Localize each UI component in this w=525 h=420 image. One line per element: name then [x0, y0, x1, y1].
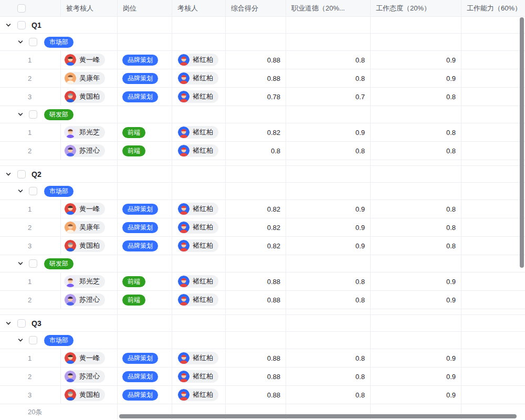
score-cell-overall[interactable]: 0.82: [226, 218, 286, 236]
group-checkbox[interactable]: [17, 319, 26, 328]
score-cell-ability[interactable]: [461, 88, 525, 106]
subgroup-checkbox[interactable]: [29, 38, 37, 46]
score-cell-ethics[interactable]: 0.9: [286, 200, 371, 218]
subgroup-expand-chevron-icon[interactable]: [17, 260, 24, 267]
row-index[interactable]: 3: [0, 88, 61, 106]
score-cell-ability[interactable]: [461, 218, 525, 236]
group-expand-chevron-icon[interactable]: [5, 320, 12, 327]
score-cell-overall[interactable]: 0.88: [226, 386, 286, 404]
row-index[interactable]: 1: [0, 123, 61, 141]
subgroup-expand-chevron-icon[interactable]: [17, 39, 24, 45]
assessee-cell[interactable]: 黄国柏: [61, 386, 118, 404]
subgroup-checkbox[interactable]: [29, 110, 37, 119]
score-cell-ethics[interactable]: 0.8: [286, 272, 371, 290]
score-cell-attitude[interactable]: 0.9: [371, 51, 461, 69]
assessee-cell[interactable]: 黄一峰: [61, 349, 118, 367]
group-expand-chevron-icon[interactable]: [5, 171, 12, 177]
score-cell-attitude[interactable]: 0.9: [371, 368, 461, 385]
position-cell[interactable]: 前端: [118, 142, 172, 160]
score-cell-attitude[interactable]: 0.9: [371, 349, 461, 367]
subgroup-expand-chevron-icon[interactable]: [17, 337, 24, 343]
score-cell-attitude[interactable]: 0.9: [371, 272, 461, 290]
score-cell-ability[interactable]: [461, 237, 525, 255]
assessor-cell[interactable]: 褚红柏: [172, 142, 226, 160]
score-cell-ethics[interactable]: 0.7: [286, 88, 371, 106]
position-cell[interactable]: 品牌策划: [118, 386, 172, 404]
row-index[interactable]: 1: [0, 349, 61, 367]
group-checkbox[interactable]: [17, 21, 26, 29]
score-cell-attitude[interactable]: 0.9: [371, 69, 461, 87]
assessee-cell[interactable]: 吴康年: [61, 218, 118, 236]
score-cell-attitude[interactable]: 0.8: [371, 237, 461, 255]
position-cell[interactable]: 品牌策划: [118, 218, 172, 236]
score-cell-overall[interactable]: 0.82: [226, 237, 286, 255]
position-cell[interactable]: 品牌策划: [118, 349, 172, 367]
score-cell-ability[interactable]: [461, 142, 525, 160]
assessee-cell[interactable]: 苏澄心: [61, 142, 118, 160]
score-cell-ability[interactable]: [461, 123, 525, 141]
score-cell-ability[interactable]: [461, 272, 525, 290]
row-index[interactable]: 3: [0, 237, 61, 255]
assessee-cell[interactable]: 吴康年: [61, 69, 118, 87]
assessee-cell[interactable]: 黄一峰: [61, 51, 118, 69]
header-cell[interactable]: 被考核人: [61, 0, 118, 16]
score-cell-attitude[interactable]: 0.8: [371, 218, 461, 236]
score-cell-ability[interactable]: [461, 51, 525, 69]
score-cell-ethics[interactable]: 0.9: [286, 218, 371, 236]
score-cell-overall[interactable]: 0.78: [226, 88, 286, 106]
row-index[interactable]: 1: [0, 272, 61, 290]
score-cell-ethics[interactable]: 0.8: [286, 69, 371, 87]
assessor-cell[interactable]: 褚红柏: [172, 368, 226, 385]
assessee-cell[interactable]: 黄国柏: [61, 237, 118, 255]
subgroup-expand-chevron-icon[interactable]: [17, 111, 24, 118]
score-cell-ethics[interactable]: 0.8: [286, 291, 371, 309]
score-cell-overall[interactable]: 0.88: [226, 291, 286, 309]
assessor-cell[interactable]: 褚红柏: [172, 51, 226, 69]
score-cell-ability[interactable]: [461, 69, 525, 87]
vertical-scrollbar[interactable]: [520, 17, 524, 268]
score-cell-ability[interactable]: [461, 200, 525, 218]
position-cell[interactable]: 品牌策划: [118, 368, 172, 385]
assessor-cell[interactable]: 褚红柏: [172, 237, 226, 255]
header-cell[interactable]: 岗位: [118, 0, 172, 16]
select-all-checkbox[interactable]: [17, 4, 26, 13]
assessor-cell[interactable]: 褚红柏: [172, 272, 226, 290]
header-cell[interactable]: 考核人: [172, 0, 226, 16]
score-cell-ethics[interactable]: 0.8: [286, 51, 371, 69]
position-cell[interactable]: 品牌策划: [118, 51, 172, 69]
position-cell[interactable]: 品牌策划: [118, 237, 172, 255]
horizontal-scrollbar[interactable]: [119, 414, 517, 418]
score-cell-overall[interactable]: 0.88: [226, 51, 286, 69]
score-cell-attitude[interactable]: 0.8: [371, 142, 461, 160]
score-cell-ethics[interactable]: 0.8: [286, 142, 371, 160]
row-index[interactable]: 2: [0, 69, 61, 87]
assessee-cell[interactable]: 郑光芝: [61, 272, 118, 290]
group-expand-chevron-icon[interactable]: [5, 22, 12, 28]
score-cell-attitude[interactable]: 0.8: [371, 88, 461, 106]
position-cell[interactable]: 前端: [118, 272, 172, 290]
score-cell-ethics[interactable]: 0.8: [286, 386, 371, 404]
score-cell-overall[interactable]: 0.88: [226, 349, 286, 367]
score-cell-attitude[interactable]: 0.8: [371, 200, 461, 218]
score-cell-attitude[interactable]: 0.8: [371, 123, 461, 141]
score-cell-attitude[interactable]: 0.9: [371, 291, 461, 309]
subgroup-expand-chevron-icon[interactable]: [17, 188, 24, 194]
assessor-cell[interactable]: 褚红柏: [172, 386, 226, 404]
row-index[interactable]: 2: [0, 291, 61, 309]
score-cell-ethics[interactable]: 0.9: [286, 123, 371, 141]
score-cell-overall[interactable]: 0.88: [226, 368, 286, 385]
score-cell-overall[interactable]: 0.8: [226, 142, 286, 160]
subgroup-checkbox[interactable]: [29, 187, 37, 195]
row-index[interactable]: 1: [0, 200, 61, 218]
row-index[interactable]: 2: [0, 368, 61, 385]
header-cell[interactable]: 工作态度（20%）: [371, 0, 461, 16]
header-cell[interactable]: 职业道德（20%...: [286, 0, 371, 16]
subgroup-checkbox[interactable]: [29, 259, 37, 268]
position-cell[interactable]: 品牌策划: [118, 200, 172, 218]
row-index[interactable]: 3: [0, 386, 61, 404]
assessor-cell[interactable]: 褚红柏: [172, 349, 226, 367]
header-cell[interactable]: 工作能力（60%）: [461, 0, 525, 16]
assessee-cell[interactable]: 黄一峰: [61, 200, 118, 218]
position-cell[interactable]: 品牌策划: [118, 88, 172, 106]
assessor-cell[interactable]: 褚红柏: [172, 218, 226, 236]
